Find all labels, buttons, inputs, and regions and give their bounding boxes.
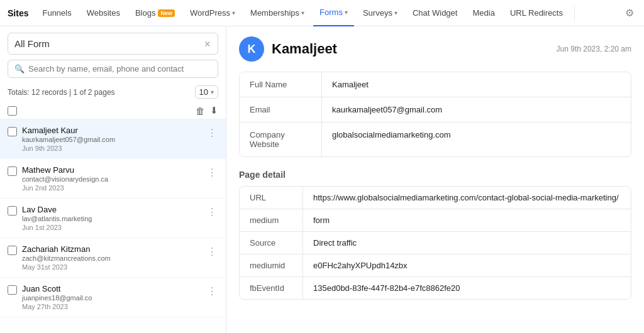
download-icon[interactable]: ⬇ (210, 105, 218, 116)
list-item-body: Kamaljeet Kaur kaurkamaljeet057@gmail.co… (22, 126, 201, 152)
info-value: Kamaljeet (321, 72, 631, 97)
nav-item-memberships[interactable]: Memberships ▾ (244, 0, 311, 26)
list-item[interactable]: Zachariah Kitzman zach@kitzmancreations.… (0, 238, 226, 278)
pd-label: URL (240, 187, 303, 209)
all-form-label: All Form (14, 38, 50, 49)
pd-label: medium (240, 209, 303, 231)
delete-icon[interactable]: 🗑 (196, 106, 205, 116)
pd-row-source: Source Direct traffic (240, 232, 631, 254)
search-icon: 🔍 (14, 64, 25, 74)
more-options-icon[interactable]: ⋮ (206, 206, 218, 218)
list-toolbar: 🗑 ⬇ (0, 102, 226, 119)
list-item[interactable]: Juan Scott juanpines18@gmail.co May 27th… (0, 278, 226, 317)
more-options-icon[interactable]: ⋮ (206, 285, 218, 297)
list-item-checkbox[interactable] (8, 246, 17, 255)
sidebar-header: All Form ✕ 🔍 (0, 26, 226, 82)
nav-item-media[interactable]: Media (466, 0, 501, 26)
list-item-checkbox[interactable] (8, 285, 17, 295)
chevron-down-icon: ▾ (211, 89, 214, 96)
main-layout: All Form ✕ 🔍 Totals: 12 records | 1 of 2… (0, 26, 644, 333)
chevron-down-icon: ▾ (394, 9, 397, 16)
pd-row-mediumid: mediumid e0FHc2ahyXPUpdh14zbx (240, 254, 631, 277)
pd-label: Source (240, 232, 303, 254)
info-label: Company Website (240, 123, 321, 156)
nav-item-blogs[interactable]: Blogs New (129, 0, 181, 26)
detail-panel: K Kamaljeet Jun 9th 2023, 2:20 am Full N… (226, 26, 644, 333)
info-value: kaurkamaljeet057@gmail.com (321, 97, 631, 122)
per-page-select[interactable]: 10 ▾ (195, 85, 218, 99)
pd-row-medium: medium form (240, 209, 631, 232)
top-navigation: Sites Funnels Websites Blogs New WordPre… (0, 0, 644, 26)
item-date: May 31st 2023 (22, 263, 201, 271)
search-box: 🔍 (8, 60, 218, 78)
list-item[interactable]: Kamaljeet Kaur kaurkamaljeet057@gmail.co… (0, 119, 226, 159)
nav-item-surveys[interactable]: Surveys ▾ (357, 0, 404, 26)
search-input[interactable] (28, 64, 211, 74)
totals-text: Totals: 12 records | 1 of 2 pages (8, 88, 115, 97)
item-email: lav@atlantis.marketing (22, 215, 201, 222)
per-page-value: 10 (199, 87, 208, 97)
chevron-down-icon: ▾ (301, 9, 304, 16)
item-date: Jun 9th 2023 (22, 145, 201, 152)
list-item[interactable]: Lav Dave lav@atlantis.marketing Jun 1st … (0, 199, 226, 238)
totals-row: Totals: 12 records | 1 of 2 pages 10 ▾ (0, 82, 226, 102)
more-options-icon[interactable]: ⋮ (206, 246, 218, 258)
list-item-body: Zachariah Kitzman zach@kitzmancreations.… (22, 244, 201, 271)
info-table: Full Name Kamaljeet Email kaurkamaljeet0… (239, 72, 631, 157)
list-item-body: Lav Dave lav@atlantis.marketing Jun 1st … (22, 205, 201, 231)
avatar: K (239, 36, 264, 62)
info-row-fullname: Full Name Kamaljeet (240, 72, 631, 97)
select-all-checkbox[interactable] (8, 106, 17, 116)
nav-item-websites[interactable]: Websites (80, 0, 126, 26)
item-date: Jun 2nd 2023 (22, 184, 201, 192)
list-item-checkbox[interactable] (8, 127, 17, 136)
item-email: juanpines18@gmail.co (22, 294, 201, 302)
close-icon[interactable]: ✕ (204, 39, 211, 49)
list-item-body: Juan Scott juanpines18@gmail.co May 27th… (22, 284, 201, 310)
nav-item-wordpress[interactable]: WordPress ▾ (184, 0, 242, 26)
more-options-icon[interactable]: ⋮ (206, 127, 218, 139)
item-email: contact@visionarydesign.ca (22, 175, 201, 183)
list-item-checkbox[interactable] (8, 166, 17, 176)
detail-timestamp: Jun 9th 2023, 2:20 am (557, 45, 631, 53)
page-detail-table: URL https://www.globalsocialmediamarketi… (239, 186, 631, 300)
item-name: Zachariah Kitzman (22, 244, 201, 254)
list-item[interactable]: Mathew Parvu contact@visionarydesign.ca … (0, 159, 226, 199)
pd-value: https://www.globalsocialmediamarketing.c… (303, 187, 631, 209)
nav-item-url-redirects[interactable]: URL Redirects (504, 0, 569, 26)
info-row-email: Email kaurkamaljeet057@gmail.com (240, 97, 631, 123)
nav-item-chat-widget[interactable]: Chat Widget (406, 0, 464, 26)
info-value: globalsocialmediamarketing.com (321, 123, 631, 156)
info-label: Email (240, 97, 321, 122)
detail-name: Kamaljeet (272, 41, 337, 57)
list-item-checkbox[interactable] (8, 206, 17, 216)
pd-row-fbeventid: fbEventId 135ed0bd-83fe-447f-82b4-e7fc88… (240, 277, 631, 299)
chevron-down-icon: ▾ (345, 9, 348, 16)
pd-row-url: URL https://www.globalsocialmediamarketi… (240, 187, 631, 209)
info-label: Full Name (240, 72, 321, 97)
detail-avatar-name: K Kamaljeet (239, 36, 337, 62)
info-row-company-website: Company Website globalsocialmediamarketi… (240, 123, 631, 156)
item-name: Lav Dave (22, 205, 201, 214)
settings-icon[interactable]: ⚙ (623, 7, 636, 19)
pd-value: form (303, 209, 631, 231)
sidebar: All Form ✕ 🔍 Totals: 12 records | 1 of 2… (0, 26, 226, 333)
nav-divider (574, 6, 575, 21)
item-name: Mathew Parvu (22, 165, 201, 175)
more-options-icon[interactable]: ⋮ (206, 166, 218, 178)
item-email: kaurkamaljeet057@gmail.com (22, 136, 201, 143)
nav-item-funnels[interactable]: Funnels (36, 0, 77, 26)
item-name: Juan Scott (22, 284, 201, 293)
pd-value: 135ed0bd-83fe-447f-82b4-e7fc8862fe20 (303, 277, 631, 299)
nav-item-forms[interactable]: Forms ▾ (313, 0, 354, 26)
chevron-down-icon: ▾ (232, 9, 235, 16)
list-item-body: Mathew Parvu contact@visionarydesign.ca … (22, 165, 201, 192)
brand-label: Sites (8, 8, 28, 18)
item-date: May 27th 2023 (22, 303, 201, 310)
item-email: zach@kitzmancreations.com (22, 254, 201, 262)
contacts-list: Kamaljeet Kaur kaurkamaljeet057@gmail.co… (0, 119, 226, 333)
pd-value: Direct traffic (303, 232, 631, 254)
all-form-selector[interactable]: All Form ✕ (8, 33, 218, 55)
item-name: Kamaljeet Kaur (22, 126, 201, 135)
pd-value: e0FHc2ahyXPUpdh14zbx (303, 254, 631, 276)
